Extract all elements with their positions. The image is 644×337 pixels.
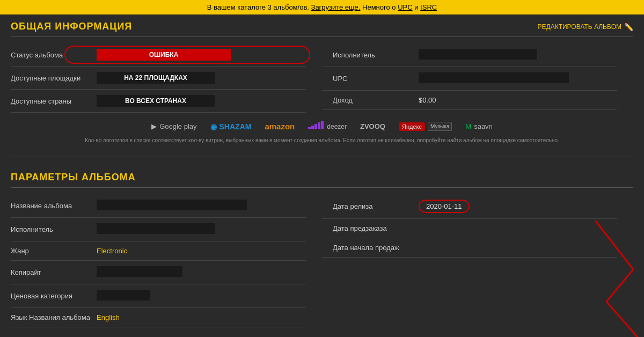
income-label: Доход	[333, 96, 419, 104]
income-value: $0.00	[419, 96, 436, 104]
upc-label: UPC	[333, 75, 419, 83]
svg-rect-0	[308, 127, 311, 129]
copyright-label: Копирайт	[11, 268, 97, 276]
zvooq-label: ZVOOQ	[360, 122, 385, 130]
svg-rect-2	[314, 124, 317, 129]
copyright-redacted	[97, 266, 182, 277]
svg-rect-3	[318, 122, 320, 129]
edit-album-label: РЕДАКТИРОВАТЬ АЛЬБОМ	[538, 23, 621, 31]
price-category-redacted	[97, 290, 150, 301]
album-params-title: ПАРАМЕТРЫ АЛЬБОМА	[11, 172, 136, 183]
performer-redacted	[419, 49, 537, 60]
shazam-label: SHAZAM	[219, 122, 252, 131]
available-platforms-label: Доступные площадки	[11, 74, 97, 82]
google-play-label: Google play	[159, 122, 196, 130]
yandex-music-sub: Музыка	[428, 122, 452, 131]
platforms-note: Кол-во логотипов в списке соответствует …	[11, 137, 633, 149]
shazam-link[interactable]: ◉ SHAZAM	[210, 122, 252, 131]
yandex-music-label: Яндекс	[399, 122, 425, 131]
general-info-title: ОБЩАЯ ИНФОРМАЦИЯ	[11, 21, 132, 32]
edit-album-button[interactable]: РЕДАКТИРОВАТЬ АЛЬБОМ ✏️	[538, 23, 633, 31]
deezer-icon	[308, 121, 324, 132]
upc-redacted	[419, 72, 569, 83]
upc-link[interactable]: UPC	[398, 3, 412, 11]
language-value: English	[97, 313, 120, 321]
deezer-link[interactable]: deezer	[308, 121, 347, 132]
notification-separator: Немного о	[360, 3, 398, 11]
album-name-label: Название альбома	[11, 202, 97, 210]
notification-text: В вашем каталоге 3 альбом/ов.	[207, 3, 311, 11]
edit-pencil-icon: ✏️	[624, 23, 633, 31]
svg-rect-4	[321, 121, 324, 129]
svg-rect-1	[311, 126, 314, 129]
price-category-label: Ценовая категория	[11, 292, 97, 300]
release-date-label: Дата релиза	[333, 202, 419, 210]
and-text: и	[413, 3, 421, 11]
yandex-music-link[interactable]: Яндекс Музыка	[399, 122, 452, 131]
performer-param-label: Исполнитель	[11, 225, 97, 233]
amazon-link[interactable]: amazon	[265, 122, 295, 131]
amazon-label: amazon	[265, 122, 295, 131]
google-play-icon: ▶	[151, 122, 157, 130]
google-play-link[interactable]: ▶ Google play	[151, 122, 196, 130]
genre-label: Жанр	[11, 247, 97, 255]
preorder-date-label: Дата предзаказа	[333, 224, 419, 232]
performer-label: Исполнитель	[333, 51, 419, 59]
saavn-link[interactable]: M saavn	[465, 122, 493, 130]
isrc-link[interactable]: ISRC	[420, 3, 437, 11]
performer-param-redacted	[97, 223, 215, 234]
available-countries-label: Доступные страны	[11, 97, 97, 105]
zvooq-link[interactable]: ZVOOQ	[360, 122, 385, 130]
album-name-redacted	[97, 200, 247, 210]
shazam-icon: ◉	[210, 122, 217, 131]
saavn-label: saavn	[474, 122, 493, 130]
available-countries-badge: ВО ВСЕХ СТРАНАХ	[97, 95, 215, 107]
genre-value: Electronic	[97, 247, 127, 255]
album-status-label: Статус альбома	[11, 51, 97, 59]
upload-more-link[interactable]: Загрузите еще.	[311, 3, 361, 11]
release-date-value: 2020-01-11	[419, 200, 470, 213]
saavn-icon: M	[465, 122, 471, 130]
deezer-label: deezer	[327, 123, 347, 130]
available-platforms-badge: НА 22 ПЛОЩАДКАХ	[97, 72, 215, 84]
top-notification-bar: В вашем каталоге 3 альбом/ов. Загрузите …	[0, 0, 644, 14]
sales-start-label: Дата начала продаж	[333, 244, 419, 252]
language-label: Язык Названия альбома	[11, 313, 97, 321]
album-status-badge: ОШИБКА	[97, 49, 231, 61]
